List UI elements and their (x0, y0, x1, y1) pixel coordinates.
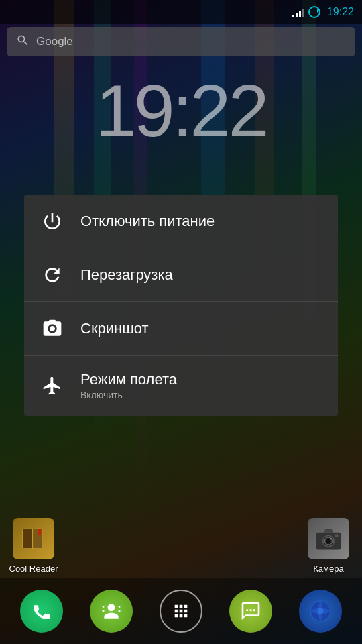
clock-display: 19:22 (0, 74, 362, 148)
svg-point-8 (330, 538, 332, 540)
menu-label-power-off: Отключить питание (80, 213, 215, 230)
signal-icon (292, 7, 304, 17)
menu-sublabel-airplane: Включить (80, 390, 177, 400)
svg-rect-9 (335, 535, 339, 537)
svg-rect-11 (103, 610, 105, 612)
app-camera[interactable]: Камера (302, 518, 355, 574)
camera-icon (308, 518, 349, 559)
menu-item-airplane[interactable]: Режим полета Включить (24, 356, 338, 416)
svg-rect-10 (103, 606, 105, 608)
svg-point-16 (253, 609, 255, 611)
app-coolreader[interactable]: Cool Reader (7, 518, 60, 574)
dock-messaging[interactable] (229, 590, 272, 633)
status-bar: 19:22 (0, 0, 362, 24)
menu-text-power-off: Отключить питание (80, 213, 215, 230)
svg-point-14 (246, 609, 248, 611)
svg-point-7 (326, 539, 330, 543)
menu-label-screenshot: Скриншот (80, 320, 149, 337)
status-time: 19:22 (327, 6, 354, 18)
dock-contacts[interactable] (90, 590, 133, 633)
power-icon (40, 209, 64, 233)
coolreader-label: Cool Reader (9, 564, 58, 574)
menu-item-power-off[interactable]: Отключить питание (24, 195, 338, 248)
menu-label-airplane: Режим полета (80, 371, 177, 388)
menu-text-airplane: Режим полета Включить (80, 371, 177, 400)
clock-hour: 19 (95, 69, 172, 152)
svg-rect-0 (23, 529, 33, 548)
menu-label-reboot: Перезагрузка (80, 266, 173, 284)
menu-text-screenshot: Скриншот (80, 320, 149, 337)
menu-item-screenshot[interactable]: Скриншот (24, 302, 338, 356)
dock-all-apps[interactable] (160, 590, 202, 633)
search-bar[interactable]: Google (7, 27, 355, 56)
dock-phone[interactable] (20, 590, 63, 633)
status-icons: 19:22 (292, 6, 354, 18)
power-menu: Отключить питание Перезагрузка Скриншот (24, 195, 338, 416)
sync-icon (308, 6, 320, 18)
coolreader-icon (13, 518, 54, 559)
reboot-icon (40, 263, 64, 287)
menu-text-reboot: Перезагрузка (80, 266, 173, 284)
svg-point-15 (249, 609, 251, 611)
dock (0, 578, 362, 644)
svg-rect-12 (119, 606, 121, 608)
airplane-icon (40, 374, 64, 398)
screenshot-icon (40, 317, 64, 341)
clock-time: 19:22 (0, 74, 362, 148)
menu-item-reboot[interactable]: Перезагрузка (24, 248, 338, 302)
svg-rect-13 (119, 610, 121, 612)
search-icon (16, 34, 29, 50)
search-placeholder: Google (36, 35, 73, 48)
dock-browser[interactable] (299, 590, 342, 633)
camera-label: Камера (313, 564, 343, 574)
home-apps: Cool Reader Камера (0, 518, 362, 574)
clock-minute: 22 (190, 69, 266, 152)
svg-point-19 (318, 608, 324, 614)
